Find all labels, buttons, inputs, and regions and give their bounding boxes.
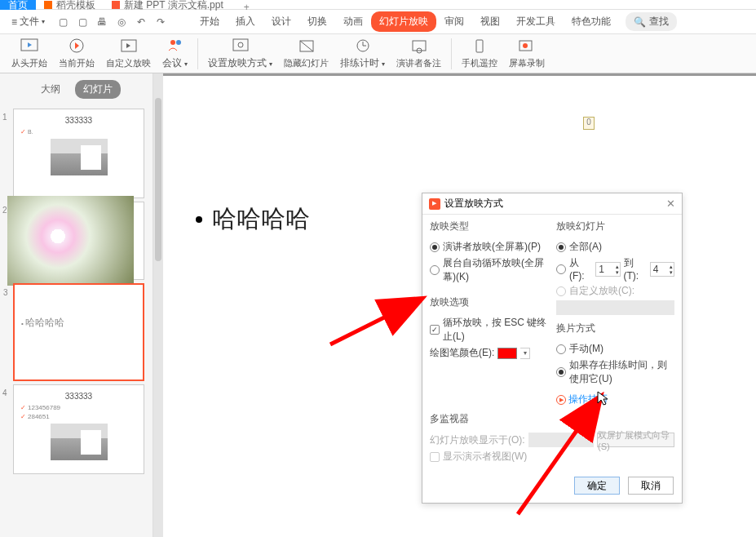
radio-range[interactable]	[556, 264, 566, 274]
tab-document[interactable]: 新建 PPT 演示文稿.ppt	[104, 0, 232, 10]
dialog-close-button[interactable]: ✕	[666, 197, 675, 210]
group-show-slides: 放映幻灯片	[556, 220, 674, 237]
group-show-options: 放映选项	[430, 295, 556, 313]
canvas-marker: 0	[583, 117, 595, 130]
ok-button[interactable]: 确定	[574, 477, 620, 495]
from-start-button[interactable]: 从头开始	[7, 36, 52, 71]
redo-icon[interactable]: ↷	[154, 16, 167, 29]
menu-insert[interactable]: 插入	[228, 11, 263, 32]
svg-line-8	[300, 41, 313, 51]
radio-use-timings[interactable]	[556, 367, 566, 377]
slide-thumb-4[interactable]: 4 333333 123456789 284651	[13, 384, 144, 474]
svg-rect-14	[476, 40, 483, 52]
pen-color-swatch[interactable]	[497, 348, 517, 359]
menu-design[interactable]: 设计	[263, 11, 299, 32]
undo-icon[interactable]: ↶	[135, 16, 148, 29]
radio-kiosk[interactable]	[430, 265, 440, 275]
cancel-button[interactable]: 取消	[628, 477, 674, 495]
svg-rect-5	[233, 39, 248, 51]
slide-content: 哈哈哈哈	[196, 202, 310, 236]
print-icon[interactable]: 🖶	[95, 16, 108, 29]
setup-show-dialog: 设置放映方式 ✕ 放映类型 演讲者放映(全屏幕)(P) 展台自动循环放映(全屏幕…	[422, 193, 683, 504]
radio-manual[interactable]	[556, 344, 566, 354]
group-monitors: 多监视器	[430, 412, 674, 429]
svg-point-6	[238, 42, 243, 47]
menu-transition[interactable]: 切换	[299, 11, 335, 32]
tips-link[interactable]: ▶ 操作技巧	[556, 393, 674, 406]
template-icon	[44, 1, 52, 9]
thumb-image	[7, 196, 134, 286]
thumb-image	[51, 139, 108, 175]
cursor-icon	[596, 390, 609, 406]
menu-devtools[interactable]: 开发工具	[508, 11, 564, 32]
meeting-button[interactable]: 会议 ▾	[157, 35, 192, 72]
outline-tab[interactable]: 大纲	[33, 80, 69, 99]
group-advance: 换片方式	[556, 322, 674, 339]
open-icon[interactable]: ▢	[76, 16, 89, 29]
search-icon: 🔍	[634, 16, 646, 28]
tab-template[interactable]: 稻壳模板	[36, 0, 104, 10]
radio-presenter[interactable]	[430, 242, 440, 252]
file-menu[interactable]: ≡ 文件 ▾	[7, 13, 50, 30]
menu-special[interactable]: 特色功能	[564, 11, 619, 32]
setup-show-button[interactable]: 设置放映方式 ▾	[203, 35, 277, 72]
menu-slideshow[interactable]: 幻灯片放映	[371, 11, 436, 32]
svg-point-4	[176, 40, 181, 45]
hide-slide-button[interactable]: 隐藏幻灯片	[279, 36, 334, 71]
custom-show-select	[556, 300, 674, 315]
slide-text: 哈哈哈哈	[212, 202, 310, 236]
hamburger-icon: ≡	[11, 16, 17, 28]
dialog-titlebar[interactable]: 设置放映方式 ✕	[422, 193, 682, 215]
svg-rect-12	[413, 41, 426, 51]
checkbox-loop[interactable]	[430, 325, 440, 335]
ppt-icon	[112, 1, 120, 9]
search-button[interactable]: 🔍 查找	[626, 12, 677, 31]
preview-icon[interactable]: ◎	[115, 16, 128, 29]
sidebar-scrollbar[interactable]	[153, 73, 163, 537]
dialog-title-text: 设置放映方式	[444, 197, 503, 211]
monitor-select	[528, 433, 594, 447]
to-input[interactable]: 4▴▾	[650, 262, 674, 277]
menu-review[interactable]: 审阅	[436, 11, 472, 32]
rehearse-button[interactable]: 排练计时 ▾	[335, 35, 390, 72]
bullet-icon	[196, 216, 202, 223]
radio-custom-show	[556, 286, 566, 296]
slide-thumb-2[interactable]: 2	[13, 202, 144, 280]
radio-all[interactable]	[556, 242, 566, 252]
menu-start[interactable]: 开始	[192, 11, 228, 32]
mobile-remote-button[interactable]: 手机遥控	[457, 36, 502, 71]
svg-point-3	[170, 40, 175, 45]
custom-show-button[interactable]: 自定义放映	[101, 36, 156, 71]
slideshow-toolbar: 从头开始 当前开始 自定义放映 会议 ▾ 设置放映方式 ▾ 隐藏幻灯片 排练计时…	[0, 34, 756, 73]
menu-bar: ≡ 文件 ▾ ▢ ▢ 🖶 ◎ ↶ ↷ 开始 插入 设计 切换 动画 幻灯片放映 …	[0, 10, 756, 34]
screen-record-button[interactable]: 屏幕录制	[504, 36, 550, 71]
thumb-image	[51, 424, 108, 460]
from-current-button[interactable]: 当前开始	[54, 36, 99, 71]
menu-view[interactable]: 视图	[472, 11, 508, 32]
svg-point-16	[523, 43, 528, 48]
play-icon: ▶	[556, 395, 566, 405]
presenter-notes-button[interactable]: 演讲者备注	[391, 36, 446, 71]
new-icon[interactable]: ▢	[56, 16, 69, 29]
dialog-icon	[429, 198, 440, 210]
slide-sidebar: 大纲 幻灯片 1 333333 B. 2 3 • 哈哈哈哈 4 333333 1…	[0, 73, 153, 537]
slide-thumb-3[interactable]: 3 • 哈哈哈哈	[13, 283, 144, 381]
checkbox-presenter-view	[430, 452, 440, 462]
pen-color-dropdown[interactable]: ▾	[520, 348, 530, 359]
menu-animation[interactable]: 动画	[335, 11, 371, 32]
slides-tab[interactable]: 幻灯片	[75, 80, 121, 99]
from-input[interactable]: 1▴▾	[595, 262, 620, 277]
group-show-type: 放映类型	[430, 220, 556, 237]
dual-screen-wizard-button[interactable]: 双屏扩展模式向导(S)	[597, 433, 674, 447]
slide-thumb-1[interactable]: 1 333333 B.	[13, 109, 144, 198]
window-tabs-bar: 首页 稻壳模板 新建 PPT 演示文稿.ppt +	[0, 0, 756, 10]
tab-home[interactable]: 首页	[0, 0, 36, 10]
